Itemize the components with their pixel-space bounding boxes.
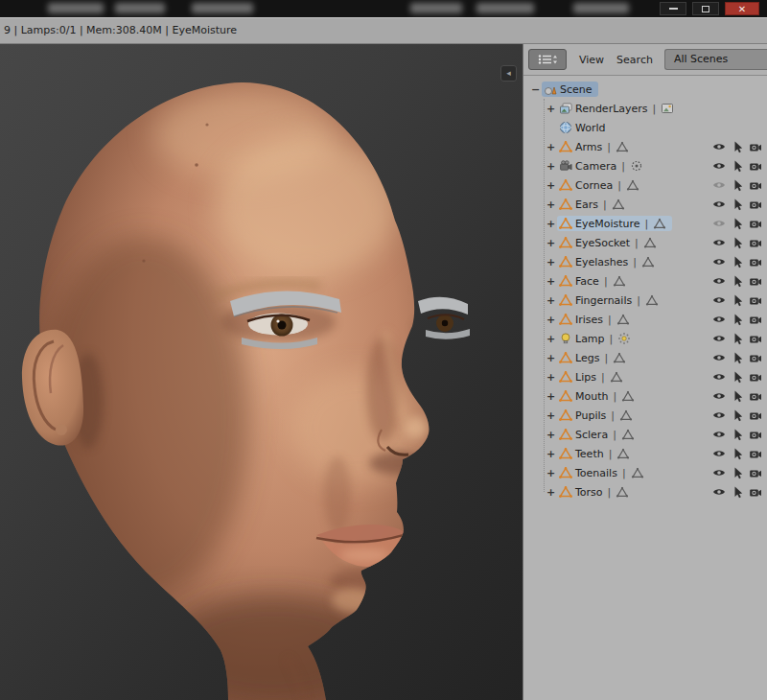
- expander-minus-icon[interactable]: −: [529, 83, 542, 96]
- expander-plus-icon[interactable]: +: [545, 448, 557, 460]
- renderable-camera-icon[interactable]: [749, 370, 762, 384]
- expander-plus-icon[interactable]: +: [545, 390, 557, 403]
- expander-plus-icon[interactable]: +: [545, 103, 557, 115]
- outliner-row-camera[interactable]: +Camera|: [523, 156, 767, 175]
- menu-view[interactable]: View: [579, 54, 604, 66]
- selectable-cursor-icon[interactable]: [731, 255, 744, 268]
- renderable-camera-icon[interactable]: [749, 293, 762, 307]
- visibility-eye-icon[interactable]: [712, 293, 726, 307]
- expander-plus-icon[interactable]: +: [545, 294, 557, 307]
- visibility-eye-icon[interactable]: [712, 351, 726, 364]
- outliner-row-teeth[interactable]: +Teeth|: [523, 444, 767, 463]
- object-label-box[interactable]: Scene: [542, 82, 598, 97]
- renderable-camera-icon[interactable]: [749, 428, 762, 441]
- object-label-box[interactable]: Irises|: [557, 312, 636, 327]
- expander-plus-icon[interactable]: +: [545, 352, 557, 364]
- outliner-row-legs[interactable]: +Legs|: [523, 348, 767, 367]
- outliner-row-scene[interactable]: −Scene: [523, 80, 767, 99]
- object-label-box[interactable]: Legs|: [557, 350, 632, 365]
- visibility-eye-icon[interactable]: [712, 485, 726, 499]
- visibility-eye-icon[interactable]: [712, 408, 726, 422]
- visibility-eye-icon[interactable]: [712, 389, 726, 403]
- outliner-row-ears[interactable]: +Ears|: [523, 195, 767, 214]
- visibility-eye-icon[interactable]: [712, 255, 726, 268]
- object-label-box[interactable]: Lips|: [557, 369, 629, 385]
- outliner-row-lips[interactable]: +Lips|: [523, 367, 767, 386]
- object-label-box[interactable]: RenderLayers|: [557, 101, 680, 116]
- object-label-box[interactable]: Cornea|: [557, 177, 645, 193]
- close-button[interactable]: ✕: [725, 2, 759, 15]
- expander-plus-icon[interactable]: +: [545, 275, 557, 288]
- object-label-box[interactable]: Teeth|: [557, 446, 636, 461]
- selectable-cursor-icon[interactable]: [731, 236, 744, 249]
- outliner-row-mouth[interactable]: +Mouth|: [523, 386, 767, 406]
- object-label-box[interactable]: Sclera|: [557, 427, 640, 442]
- selectable-cursor-icon[interactable]: [731, 351, 744, 364]
- selectable-cursor-icon[interactable]: [731, 274, 744, 288]
- outliner-row-torso[interactable]: +Torso|: [523, 482, 767, 502]
- selectable-cursor-icon[interactable]: [731, 428, 744, 441]
- selectable-cursor-icon[interactable]: [731, 178, 744, 192]
- object-label-box[interactable]: Toenails|: [557, 465, 650, 480]
- outliner-row-arms[interactable]: +Arms|: [523, 137, 767, 156]
- selectable-cursor-icon[interactable]: [731, 485, 744, 499]
- renderable-camera-icon[interactable]: [749, 198, 762, 211]
- expander-plus-icon[interactable]: +: [545, 467, 557, 479]
- outliner-row-sclera[interactable]: +Sclera|: [523, 425, 767, 444]
- renderable-camera-icon[interactable]: [749, 332, 762, 345]
- outliner-row-eyemoisture[interactable]: +EyeMoisture|: [523, 214, 767, 233]
- renderable-camera-icon[interactable]: [749, 466, 762, 479]
- renderable-camera-icon[interactable]: [749, 159, 762, 173]
- visibility-eye-icon[interactable]: [712, 274, 726, 288]
- viewport-3d[interactable]: ◂: [0, 44, 523, 700]
- renderable-camera-icon[interactable]: [749, 408, 762, 422]
- visibility-eye-icon[interactable]: [712, 428, 726, 441]
- selectable-cursor-icon[interactable]: [731, 466, 744, 479]
- object-label-box[interactable]: Camera|: [557, 158, 649, 174]
- maximize-button[interactable]: [692, 2, 719, 15]
- menu-search[interactable]: Search: [616, 54, 653, 66]
- outliner-row-renderlayers[interactable]: +RenderLayers|: [523, 99, 767, 118]
- visibility-eye-icon[interactable]: [712, 198, 726, 211]
- collapse-arrow-icon[interactable]: ◂: [500, 65, 517, 82]
- visibility-eye-icon[interactable]: [712, 178, 726, 192]
- object-label-box[interactable]: Pupils|: [557, 408, 639, 423]
- renderable-camera-icon[interactable]: [749, 178, 762, 192]
- expander-plus-icon[interactable]: +: [545, 371, 557, 384]
- outliner-row-lamp[interactable]: +Lamp|: [523, 329, 767, 348]
- object-label-box[interactable]: Arms|: [557, 139, 635, 154]
- renderable-camera-icon[interactable]: [749, 255, 762, 268]
- minimize-button[interactable]: [660, 2, 686, 15]
- outliner-row-pupils[interactable]: +Pupils|: [523, 406, 767, 425]
- selectable-cursor-icon[interactable]: [731, 313, 744, 326]
- selectable-cursor-icon[interactable]: [731, 447, 744, 460]
- renderable-camera-icon[interactable]: [749, 236, 762, 249]
- selectable-cursor-icon[interactable]: [731, 217, 744, 230]
- renderable-camera-icon[interactable]: [749, 351, 762, 364]
- expander-plus-icon[interactable]: +: [545, 314, 557, 326]
- selectable-cursor-icon[interactable]: [731, 159, 744, 173]
- visibility-eye-icon[interactable]: [712, 466, 726, 479]
- outliner-row-eyelashes[interactable]: +Eyelashes|: [523, 252, 767, 271]
- selectable-cursor-icon[interactable]: [731, 198, 744, 211]
- selectable-cursor-icon[interactable]: [731, 140, 744, 153]
- expander-plus-icon[interactable]: +: [545, 237, 557, 249]
- selectable-cursor-icon[interactable]: [731, 370, 744, 384]
- visibility-eye-icon[interactable]: [712, 217, 726, 230]
- visibility-eye-icon[interactable]: [712, 370, 726, 384]
- outliner-row-toenails[interactable]: +Toenails|: [523, 463, 767, 482]
- visibility-eye-icon[interactable]: [712, 140, 726, 153]
- renderable-camera-icon[interactable]: [749, 313, 762, 326]
- expander-plus-icon[interactable]: +: [545, 198, 557, 211]
- selectable-cursor-icon[interactable]: [731, 389, 744, 403]
- outliner-row-fingernails[interactable]: +Fingernails|: [523, 291, 767, 310]
- visibility-eye-icon[interactable]: [712, 447, 726, 460]
- selectable-cursor-icon[interactable]: [731, 293, 744, 307]
- renderable-camera-icon[interactable]: [749, 485, 762, 499]
- visibility-eye-icon[interactable]: [712, 236, 726, 249]
- object-label-box[interactable]: Eyelashes|: [557, 254, 661, 269]
- object-label-box[interactable]: Ears|: [557, 197, 631, 212]
- object-label-box[interactable]: Fingernails|: [557, 292, 664, 308]
- object-label-box[interactable]: Face|: [557, 273, 632, 289]
- expander-plus-icon[interactable]: +: [545, 486, 557, 499]
